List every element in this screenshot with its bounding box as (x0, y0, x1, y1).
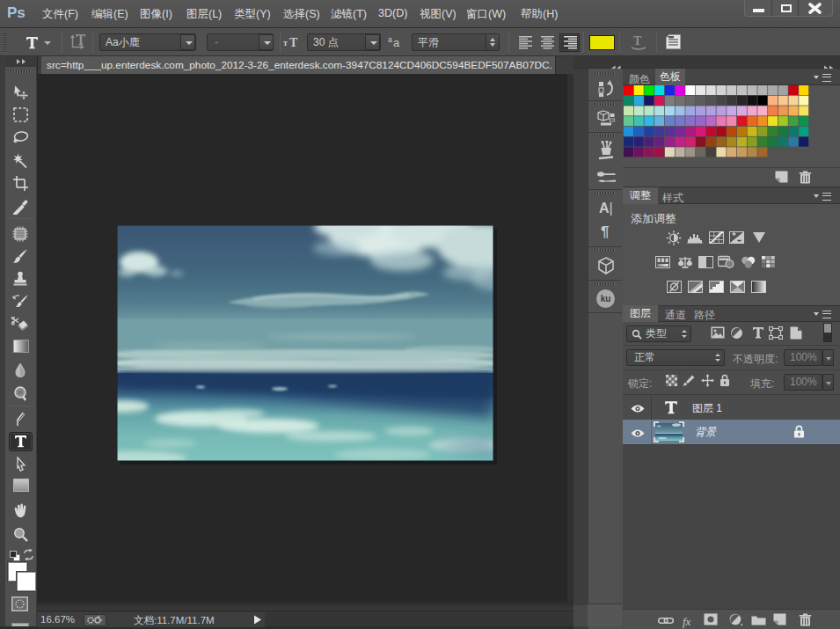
svg-text:T: T (289, 36, 298, 49)
svg-text:a: a (388, 35, 392, 44)
svg-text:T: T (633, 34, 642, 48)
svg-text:a: a (393, 36, 400, 49)
svg-text:т: т (283, 38, 288, 48)
